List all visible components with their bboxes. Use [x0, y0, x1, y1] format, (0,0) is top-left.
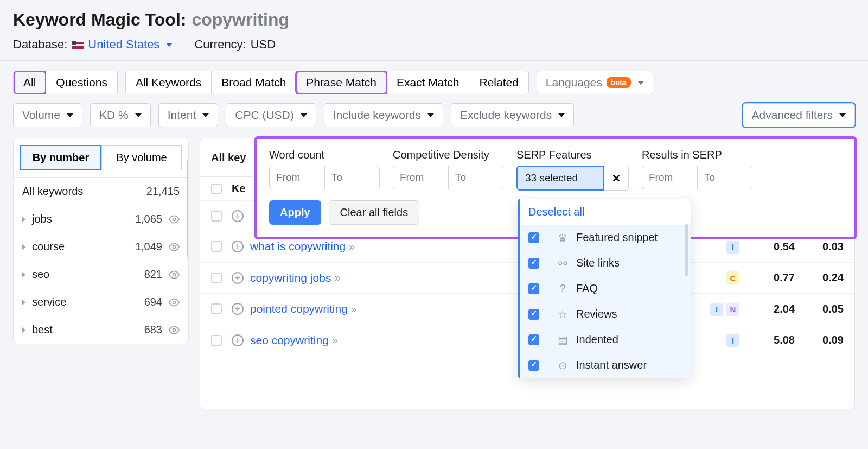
eye-icon[interactable] [169, 269, 180, 280]
tab-questions[interactable]: Questions [46, 71, 117, 94]
cell-com: 0.03 [795, 241, 844, 253]
group-count: 1,049 [135, 241, 162, 253]
row-checkbox[interactable] [211, 241, 222, 252]
eye-icon[interactable] [169, 214, 180, 225]
sidebar-group-item[interactable]: course 1,049 [14, 233, 188, 261]
intent-badge-n: N [726, 303, 739, 316]
comp-density-to[interactable] [448, 166, 503, 189]
filter-advanced[interactable]: Advanced filters [743, 103, 855, 127]
serp-feature-option[interactable]: ▤ Indented [520, 327, 691, 352]
option-label: Indented [576, 333, 618, 346]
serp-feature-option[interactable]: ⚯ Site links [520, 250, 691, 276]
question-icon: ? [557, 283, 569, 295]
currency-label: Currency: [194, 37, 246, 52]
page-header: Keyword Magic Tool: copywriting Database… [0, 0, 868, 61]
scrollbar[interactable] [685, 224, 688, 276]
eye-icon[interactable] [169, 325, 180, 336]
row-checkbox[interactable] [211, 273, 222, 283]
sidebar-group-item[interactable]: jobs 1,065 [14, 205, 188, 233]
group-name: jobs [32, 213, 52, 225]
intent-badge-i: I [726, 241, 739, 254]
sort-by-volume[interactable]: By volume [101, 145, 182, 170]
keyword-link[interactable]: what is copywriting [250, 240, 346, 253]
all-keywords-label: All keywords [22, 185, 83, 198]
add-keyword-icon[interactable]: + [232, 272, 244, 284]
checkbox-checked[interactable] [528, 334, 539, 345]
clear-serp-features-button[interactable]: ✕ [604, 166, 629, 191]
keyword-link[interactable]: pointed copywriting [250, 302, 348, 315]
intent-badge-i: I [710, 303, 723, 316]
cell-com: 0.09 [795, 334, 844, 346]
filter-intent[interactable]: Intent [158, 103, 219, 127]
chevron-double-right-icon: » [351, 303, 357, 315]
chevron-down-icon [166, 43, 173, 47]
checkbox-checked[interactable] [528, 258, 539, 269]
eye-icon[interactable] [169, 297, 180, 308]
page-title: Keyword Magic Tool: [13, 10, 186, 30]
filter-cpc[interactable]: CPC (USD) [226, 103, 316, 127]
select-all-checkbox[interactable] [211, 184, 222, 194]
add-keyword-icon[interactable]: + [232, 210, 244, 222]
chevron-right-icon [22, 217, 25, 222]
tab-all[interactable]: All [14, 71, 46, 94]
tab-exact-match[interactable]: Exact Match [387, 71, 470, 94]
row-checkbox[interactable] [211, 335, 222, 346]
deselect-all-link[interactable]: Deselect all [520, 199, 691, 225]
checkbox-checked[interactable] [528, 232, 539, 243]
scrollbar[interactable] [187, 160, 189, 258]
sidebar-group-item[interactable]: best 683 [14, 316, 188, 344]
results-serp-from[interactable] [642, 166, 697, 189]
serp-feature-option[interactable]: ? FAQ [520, 276, 691, 301]
sidebar-all-keywords[interactable]: All keywords 21,415 [14, 178, 188, 205]
add-keyword-icon[interactable]: + [232, 334, 244, 346]
cell-com: 0.24 [795, 271, 844, 284]
word-count-from[interactable] [269, 166, 324, 189]
checkbox-checked[interactable] [528, 283, 539, 294]
link-icon: ⚯ [557, 257, 569, 269]
sidebar-group-item[interactable]: seo 821 [14, 261, 188, 288]
filter-kd[interactable]: KD % [90, 103, 151, 127]
filter-row: Volume KD % Intent CPC (USD) Include key… [0, 94, 868, 138]
clear-all-button[interactable]: Clear all fields [329, 200, 420, 225]
filter-exclude-keywords[interactable]: Exclude keywords [451, 103, 574, 127]
tab-all-keywords[interactable]: All Keywords [126, 71, 212, 94]
star-icon: ☆ [557, 308, 569, 320]
word-count-label: Word count [269, 149, 380, 161]
chevron-double-right-icon: » [349, 241, 355, 253]
filter-include-keywords[interactable]: Include keywords [324, 103, 443, 127]
row-checkbox[interactable] [211, 303, 222, 314]
database-label: Database: [13, 37, 67, 52]
apply-button[interactable]: Apply [269, 200, 321, 225]
results-serp-to[interactable] [697, 166, 752, 189]
checkbox-checked[interactable] [528, 309, 539, 320]
svg-point-4 [173, 328, 176, 331]
serp-feature-option[interactable]: ♛ Featured snippet [520, 225, 691, 250]
add-keyword-icon[interactable]: + [232, 241, 244, 252]
serp-features-selected[interactable]: 33 selected [516, 166, 604, 191]
filter-volume[interactable]: Volume [13, 103, 82, 127]
row-checkbox[interactable] [211, 211, 222, 222]
add-keyword-icon[interactable]: + [232, 303, 244, 315]
sort-by-number[interactable]: By number [20, 145, 101, 170]
word-count-to[interactable] [324, 166, 380, 189]
tab-related[interactable]: Related [469, 71, 528, 94]
sidebar-group-item[interactable]: service 694 [14, 288, 188, 316]
tab-phrase-match[interactable]: Phrase Match [296, 71, 387, 94]
comp-density-from[interactable] [393, 166, 448, 189]
keyword-link[interactable]: copywriting jobs [250, 271, 331, 284]
chevron-down-icon [427, 113, 434, 117]
database-selector[interactable]: Database: United States [13, 37, 173, 52]
database-value: United States [88, 37, 159, 52]
serp-feature-option[interactable]: ☆ Reviews [520, 301, 691, 327]
currency-value: USD [251, 37, 276, 52]
languages-dropdown[interactable]: Languages beta [537, 71, 653, 94]
serp-feature-option[interactable]: ⊙ Instant answer [520, 352, 691, 378]
eye-icon[interactable] [169, 242, 180, 252]
chevron-double-right-icon: » [332, 334, 338, 346]
serp-features-label: SERP Features [516, 149, 629, 161]
checkbox-checked[interactable] [528, 360, 539, 371]
intent-badge-c: C [726, 271, 739, 284]
tab-broad-match[interactable]: Broad Match [212, 71, 296, 94]
chevron-double-right-icon: » [334, 271, 340, 284]
keyword-link[interactable]: seo copywriting [250, 334, 329, 347]
